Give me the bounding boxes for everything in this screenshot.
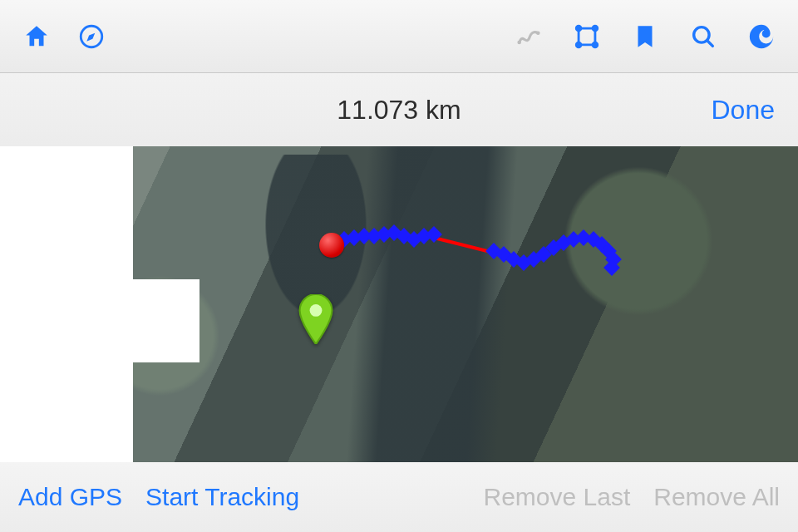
track-overlay [0,146,798,462]
compass-icon[interactable] [75,20,108,53]
add-gps-button[interactable]: Add GPS [18,483,122,511]
svg-point-5 [576,42,581,47]
map-canvas[interactable] [0,146,798,462]
svg-point-2 [536,31,540,35]
start-tracking-button[interactable]: Start Tracking [145,483,299,511]
svg-point-1 [517,40,521,44]
top-toolbar [0,0,798,73]
done-button[interactable]: Done [712,95,776,126]
svg-point-34 [310,304,323,317]
current-point-marker[interactable] [319,233,344,258]
location-pin[interactable] [298,294,334,344]
remove-last-button: Remove Last [484,483,631,511]
bottom-action-bar: Add GPS Start Tracking Remove Last Remov… [0,462,798,532]
svg-point-4 [593,26,598,31]
remove-all-button: Remove All [653,483,780,511]
path-icon[interactable] [512,20,545,53]
toolbar-left-group [20,20,108,53]
search-icon[interactable] [687,20,720,53]
measure-icon[interactable] [570,20,603,53]
distance-value: 11.073 km [337,95,461,126]
svg-point-6 [593,42,598,47]
distance-bar: 11.073 km Done [0,73,798,146]
toolbar-right-group [512,20,778,53]
bookmark-icon[interactable] [628,20,662,53]
spiral-icon[interactable] [745,20,778,53]
home-icon[interactable] [20,20,53,53]
svg-point-3 [576,26,581,31]
